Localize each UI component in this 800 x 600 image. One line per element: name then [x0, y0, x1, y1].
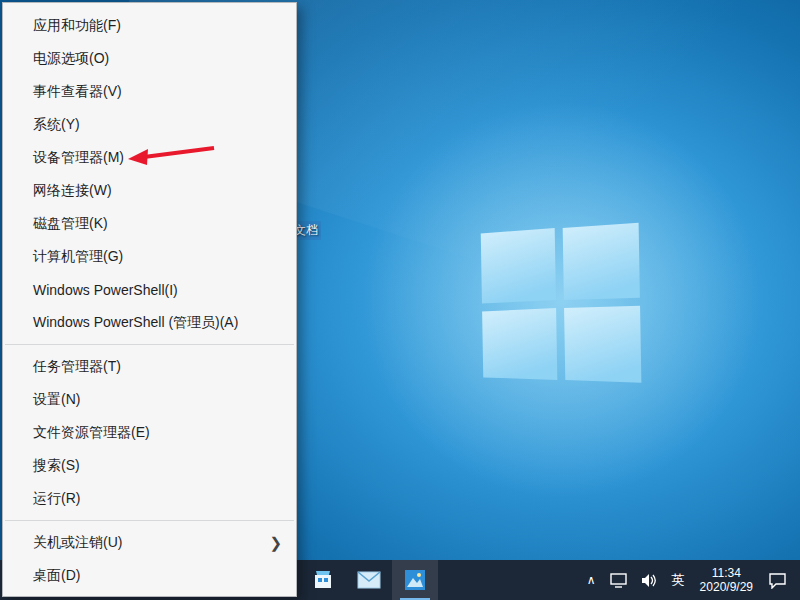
store-icon[interactable] — [300, 560, 346, 600]
menu-item-label: 任务管理器(T) — [33, 358, 121, 376]
taskbar-app-icons — [300, 560, 438, 600]
action-center-icon[interactable] — [761, 560, 794, 600]
menu-item-label: 搜索(S) — [33, 457, 80, 475]
tray-clock[interactable]: 11:34 2020/9/29 — [692, 560, 761, 600]
menu-item-network-connections[interactable]: 网络连接(W) — [3, 174, 296, 207]
menu-item-task-manager[interactable]: 任务管理器(T) — [3, 350, 296, 383]
menu-item-desktop[interactable]: 桌面(D) — [3, 559, 296, 592]
mail-icon[interactable] — [346, 560, 392, 600]
chevron-right-icon: ❯ — [269, 534, 282, 552]
menu-item-shutdown-signout[interactable]: 关机或注销(U) ❯ — [3, 526, 296, 559]
menu-item-device-manager[interactable]: 设备管理器(M) — [3, 141, 296, 174]
menu-item-label: 系统(Y) — [33, 116, 80, 134]
menu-item-label: 磁盘管理(K) — [33, 215, 108, 233]
tray-input-language[interactable]: 英 — [665, 560, 692, 600]
menu-item-label: 桌面(D) — [33, 567, 80, 585]
windows-logo — [480, 222, 644, 386]
menu-item-label: 应用和功能(F) — [33, 17, 121, 35]
menu-item-disk-management[interactable]: 磁盘管理(K) — [3, 207, 296, 240]
menu-item-settings[interactable]: 设置(N) — [3, 383, 296, 416]
winx-context-menu: 应用和功能(F) 电源选项(O) 事件查看器(V) 系统(Y) 设备管理器(M)… — [2, 2, 297, 597]
menu-item-apps-and-features[interactable]: 应用和功能(F) — [3, 9, 296, 42]
menu-item-label: 网络连接(W) — [33, 182, 112, 200]
menu-item-label: 运行(R) — [33, 490, 80, 508]
menu-item-label: Windows PowerShell(I) — [33, 282, 178, 298]
menu-item-run[interactable]: 运行(R) — [3, 482, 296, 515]
menu-item-file-explorer[interactable]: 文件资源管理器(E) — [3, 416, 296, 449]
tray-date: 2020/9/29 — [700, 580, 753, 594]
tray-volume-icon[interactable] — [634, 560, 665, 600]
menu-item-label: 设置(N) — [33, 391, 80, 409]
menu-item-power-options[interactable]: 电源选项(O) — [3, 42, 296, 75]
menu-item-powershell-admin[interactable]: Windows PowerShell (管理员)(A) — [3, 306, 296, 339]
menu-item-label: 文件资源管理器(E) — [33, 424, 150, 442]
menu-item-event-viewer[interactable]: 事件查看器(V) — [3, 75, 296, 108]
tray-chevron-up-icon[interactable]: ∧ — [580, 560, 603, 600]
menu-item-system[interactable]: 系统(Y) — [3, 108, 296, 141]
menu-item-computer-management[interactable]: 计算机管理(G) — [3, 240, 296, 273]
menu-item-powershell[interactable]: Windows PowerShell(I) — [3, 273, 296, 306]
menu-item-label: Windows PowerShell (管理员)(A) — [33, 314, 238, 332]
menu-item-search[interactable]: 搜索(S) — [3, 449, 296, 482]
menu-item-label: 关机或注销(U) — [33, 534, 122, 552]
tray-display-icon[interactable] — [603, 560, 634, 600]
menu-item-label: 电源选项(O) — [33, 50, 109, 68]
menu-item-label: 事件查看器(V) — [33, 83, 122, 101]
menu-separator — [5, 344, 294, 345]
system-tray: ∧ 英 11:34 2020/9/29 — [580, 560, 800, 600]
menu-separator — [5, 520, 294, 521]
menu-item-label: 设备管理器(M) — [33, 149, 124, 167]
menu-item-label: 计算机管理(G) — [33, 248, 123, 266]
photos-icon[interactable] — [392, 560, 438, 600]
tray-time: 11:34 — [712, 566, 741, 580]
